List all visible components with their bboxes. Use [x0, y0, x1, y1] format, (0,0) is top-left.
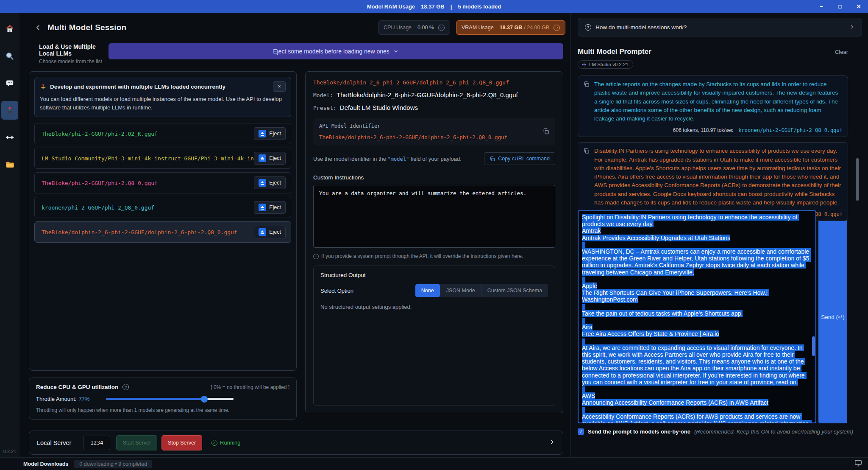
custom-instructions-textarea[interactable]: You are a data organizer and will summar… — [313, 185, 555, 248]
cpu-usage-pill: CPU Usage 0.00 % ? — [378, 20, 450, 35]
model-name-label: LM Studio Community/Phi-3-mini-4k-instru… — [42, 155, 254, 162]
copy-curl-button[interactable]: Copy cURL command — [484, 152, 555, 165]
prompt-line: Aira — [582, 324, 812, 330]
eject-button[interactable]: Eject — [254, 201, 286, 214]
copy-icon — [490, 156, 495, 162]
model-downloads-label[interactable]: Model Downloads — [23, 461, 68, 467]
eject-bar — [261, 184, 264, 185]
api-identifier-label: API Model Identifier — [319, 123, 549, 129]
structured-output-empty-note: No structured output settings applied. — [320, 304, 548, 310]
prompt-line — [582, 276, 812, 283]
page-title: Multi Model Session — [47, 23, 126, 32]
display-icon[interactable] — [854, 460, 862, 468]
prompt-line: Take the pain out of tedious tasks with … — [582, 310, 812, 317]
copy-icon[interactable] — [583, 80, 594, 123]
eject-bar — [261, 209, 264, 210]
prompt-line: Announcing Accessibility Conformance Rep… — [582, 399, 812, 406]
stop-server-button[interactable]: Stop Server — [161, 435, 202, 450]
vram-help-icon[interactable]: ? — [554, 25, 560, 31]
selected-text: Announcing Accessibility Conformance Rep… — [582, 399, 768, 406]
eject-button[interactable]: Eject — [254, 226, 286, 238]
prompt-line — [582, 317, 812, 324]
selected-text — [582, 277, 585, 283]
server-port-input[interactable] — [83, 436, 110, 450]
eject-icon — [259, 204, 266, 211]
throttle-slider-thumb[interactable] — [201, 396, 208, 403]
throttle-amount-label: Throttle Amount: — [36, 396, 76, 402]
help-banner[interactable]: ? How do multi-model sessions work? — [578, 18, 862, 36]
load-models-subtitle: Choose models from the list — [39, 59, 108, 64]
chat-icon[interactable] — [1, 74, 18, 92]
prompt-textarea[interactable]: Spotlight on Disability:IN Partners usin… — [578, 210, 816, 423]
eject-bar — [261, 135, 264, 136]
eject-button-label: Eject — [269, 229, 281, 235]
eject-button[interactable]: Eject — [254, 152, 286, 165]
ram-usage-label: Model RAM Usage — [367, 3, 415, 10]
model-list-panel: Develop and experiment with multiple LLM… — [29, 71, 297, 371]
local-server-icon[interactable] — [1, 128, 18, 147]
minimize-button[interactable]: − — [812, 0, 831, 13]
selected-text: Aira — [582, 324, 593, 330]
clear-button[interactable]: Clear — [835, 49, 848, 55]
eject-models-banner[interactable]: Eject some models before loading new one… — [108, 43, 563, 59]
responses-scrollbar-thumb[interactable] — [856, 158, 859, 201]
eject-icon — [259, 228, 266, 236]
load-models-title: Load & Use Multiple Local LLMs — [39, 43, 108, 57]
model-row[interactable]: kroonen/phi-2-GGUF/phi-2_Q8_0.ggufEject — [34, 197, 291, 218]
response-text: Disability:IN Partners is using technolo… — [594, 147, 843, 207]
check-circle-icon: ✓ — [211, 440, 217, 446]
model-row[interactable]: LM Studio Community/Phi-3-mini-4k-instru… — [34, 148, 291, 169]
preset-value: Default LM Studio Windows — [340, 104, 418, 111]
prompt-scrollbar-thumb[interactable] — [812, 336, 815, 356]
sidebar: 0.2.21 — [0, 13, 19, 457]
eject-button[interactable]: Eject — [254, 176, 286, 189]
search-icon[interactable] — [1, 47, 18, 65]
home-icon[interactable] — [1, 20, 18, 38]
response-text: The article reports on the changes made … — [594, 80, 843, 123]
structured-option-custom-json-schema[interactable]: Custom JSON Schema — [481, 284, 548, 297]
title-bar: Model RAM Usage 18.37 GB | 5 models load… — [0, 0, 868, 13]
close-icon[interactable]: × — [273, 81, 286, 92]
maximize-button[interactable]: □ — [831, 0, 849, 13]
throttle-amount-value: 77% — [78, 396, 89, 402]
eject-button-label: Eject — [269, 155, 281, 161]
response-model-id: kroonen/phi-2-GGUF/phi-2_Q8_0.gguf — [738, 127, 843, 133]
server-status: ✓ Running — [211, 439, 240, 446]
playground-icon[interactable] — [1, 101, 18, 120]
model-detail-panel: TheBloke/dolphin-2_6-phi-2-GGUF/dolphin-… — [305, 71, 563, 413]
model-name-label: kroonen/phi-2-GGUF/phi-2_Q8_0.gguf — [42, 204, 254, 211]
back-chevron-icon[interactable] — [33, 22, 43, 33]
throttle-slider[interactable] — [106, 398, 234, 400]
model-name-label: TheBloke/dolphin-2_6-phi-2-GGUF/dolphin-… — [42, 229, 254, 235]
selected-text: At Aira, we are committed to expanding a… — [582, 344, 807, 386]
structured-option-none[interactable]: None — [415, 284, 440, 297]
throttle-help-icon[interactable]: ? — [122, 384, 129, 390]
one-by-one-option: ✓ Send the prompt to models one-by-one (… — [578, 428, 856, 435]
prompter-pane: ? How do multi-model sessions work? Mult… — [570, 13, 868, 457]
model-row[interactable]: TheBloke/phi-2-GGUF/phi-2.Q8_0.ggufEject — [34, 172, 291, 193]
cpu-usage-value: 0.00 % — [417, 25, 434, 31]
response-card: Disability:IN Partners is using technolo… — [578, 142, 848, 221]
lm-studio-logo-icon — [581, 62, 587, 67]
copy-icon[interactable] — [583, 147, 594, 207]
selected-text: Spotlight on Disability:IN Partners usin… — [582, 214, 799, 227]
structured-option-json-mode[interactable]: JSON Mode — [440, 284, 481, 297]
start-server-button[interactable]: Start Server — [116, 435, 157, 450]
chevron-right-icon[interactable] — [548, 439, 555, 447]
close-button[interactable]: ✕ — [849, 0, 868, 13]
send-button[interactable]: Send (↵) — [818, 210, 847, 423]
eject-button[interactable]: Eject — [254, 127, 286, 140]
one-by-one-checkbox[interactable]: ✓ — [578, 428, 584, 435]
response-token-stats: 606 tokens, 118.97 tok/sec — [673, 127, 734, 133]
multi-llm-info-card: Develop and experiment with multiple LLM… — [34, 77, 291, 117]
model-row[interactable]: TheBloke/phi-2-GGUF/phi-2.Q2_K.ggufEject — [34, 123, 291, 144]
load-models-heading: Load & Use Multiple Local LLMs Choose mo… — [29, 43, 108, 64]
model-row[interactable]: TheBloke/dolphin-2_6-phi-2-GGUF/dolphin-… — [34, 221, 291, 243]
help-icon: ? — [585, 24, 591, 31]
my-models-icon[interactable] — [1, 155, 18, 174]
cpu-help-icon[interactable]: ? — [438, 25, 445, 31]
model-name-label: TheBloke/phi-2-GGUF/phi-2.Q2_K.gguf — [42, 131, 254, 137]
vram-usage-value: 18.37 GB — [500, 25, 523, 31]
prompt-line: Apple — [582, 283, 812, 289]
copy-icon[interactable] — [542, 128, 549, 136]
